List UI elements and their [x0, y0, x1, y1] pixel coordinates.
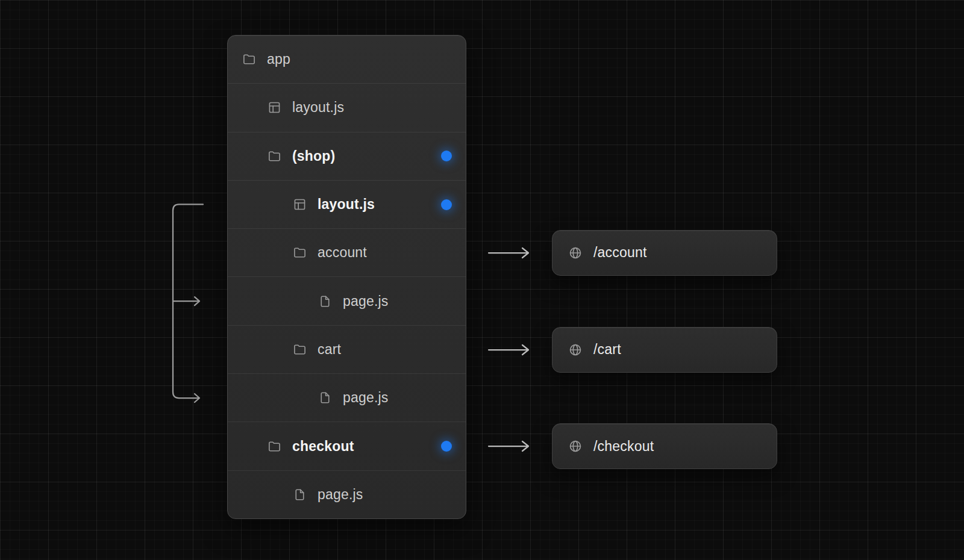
tree-row-label: checkout: [292, 438, 354, 455]
layout-icon: [293, 198, 307, 211]
file-tree-panel: applayout.js(shop)layout.jsaccountpage.j…: [227, 35, 466, 519]
tree-row-label: app: [267, 51, 290, 67]
folder-icon: [268, 149, 281, 163]
route-pill-cart: /cart: [552, 327, 777, 373]
route-label: /cart: [593, 341, 621, 358]
folder-icon: [242, 52, 256, 66]
tree-row-layout-js: layout.js: [228, 83, 466, 131]
folder-icon: [268, 440, 281, 453]
active-indicator-dot: [441, 199, 452, 210]
file-icon: [318, 391, 332, 405]
route-pill-checkout: /checkout: [552, 423, 777, 469]
tree-row-label: (shop): [292, 148, 335, 164]
route-label: /account: [593, 244, 647, 261]
route-label: /checkout: [593, 438, 654, 455]
file-icon: [293, 488, 307, 502]
tree-row-label: page.js: [343, 390, 389, 406]
tree-row-app: app: [228, 36, 466, 83]
layout-connector-bracket: [163, 193, 217, 409]
folder-icon: [293, 343, 307, 356]
tree-row-layout-js: layout.js: [228, 180, 466, 228]
active-indicator-dot: [441, 441, 452, 452]
tree-row-page-js: page.js: [228, 276, 466, 325]
layout-icon: [268, 101, 281, 114]
globe-icon: [568, 343, 583, 357]
diagram-canvas: applayout.js(shop)layout.jsaccountpage.j…: [0, 0, 964, 560]
route-arrow: [488, 343, 533, 357]
active-indicator-dot: [441, 151, 452, 161]
tree-row-page-js: page.js: [228, 470, 466, 518]
tree-row-page-js: page.js: [228, 373, 466, 422]
tree-row-label: layout.js: [318, 196, 375, 213]
tree-row-checkout: checkout: [228, 422, 466, 470]
globe-icon: [568, 246, 583, 260]
folder-icon: [293, 246, 307, 260]
tree-row-label: layout.js: [292, 99, 344, 116]
tree-row--shop-: (shop): [228, 132, 466, 180]
route-arrow: [488, 439, 533, 453]
tree-row-label: page.js: [318, 487, 363, 503]
tree-row-cart: cart: [228, 325, 466, 373]
route-arrow: [488, 246, 533, 260]
tree-row-account: account: [228, 228, 466, 276]
file-icon: [318, 294, 332, 308]
tree-row-label: cart: [318, 341, 341, 358]
route-pill-account: /account: [552, 230, 777, 276]
globe-icon: [568, 439, 583, 453]
tree-row-label: account: [318, 244, 367, 261]
tree-row-label: page.js: [343, 293, 389, 310]
